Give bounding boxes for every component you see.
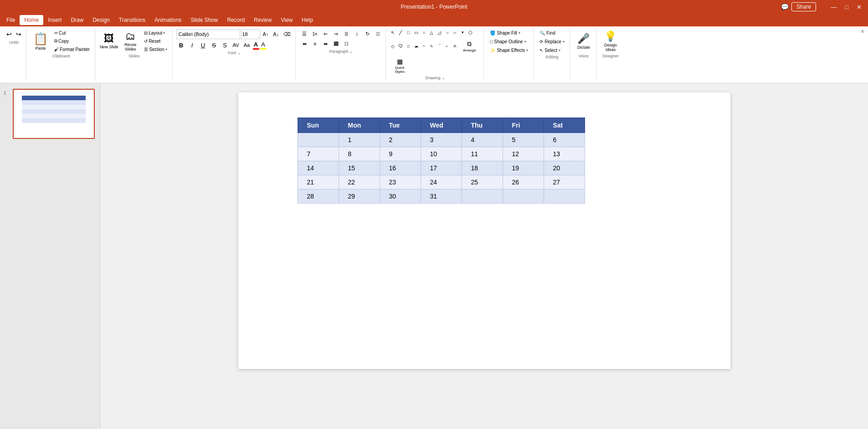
double-arrow-tool[interactable]: ↔ [452,29,458,36]
rt-triangle-tool[interactable]: ◿ [436,29,442,36]
align-right-button[interactable]: ➡ [320,39,330,48]
section-button[interactable]: ☰ Section ▾ [142,46,169,53]
menu-help[interactable]: Help [297,15,318,25]
rounded-rect-tool[interactable]: ▭ [413,29,419,36]
more-shapes-btn[interactable]: ▾ [459,29,466,36]
circle-tool[interactable]: ○ [421,29,427,36]
align-left-button[interactable]: ⬅ [299,39,309,48]
redo-button[interactable]: ↪ [14,29,23,39]
decrease-indent-button[interactable]: ⇐ [320,29,330,38]
ribbon-collapse-button[interactable]: ∧ [859,27,866,35]
calendar-row-2: 14151617181920 [298,161,585,175]
underline-button[interactable]: U [198,41,208,50]
layout-button[interactable]: ⊟ Layout ▾ [142,29,169,36]
bold-button[interactable]: B [176,41,186,50]
menu-review[interactable]: Review [249,15,276,25]
menu-draw[interactable]: Draw [66,15,88,25]
menu-insert[interactable]: Insert [43,15,66,25]
shape-fill-dropdown[interactable]: ▾ [519,31,520,35]
drawing-expand-icon[interactable]: ⌄ [442,76,445,80]
arrow-tool[interactable]: → [444,29,450,36]
text-columns-button[interactable]: ⟦⟧ [341,39,351,48]
font-grow-button[interactable]: A↑ [261,30,271,38]
curve-tool[interactable]: ~ [421,43,427,49]
arrange-button[interactable]: ⧉ Arrange [459,37,479,55]
dictate-button[interactable]: 🎤 Dictate [574,29,594,53]
menu-slideshow[interactable]: Slide Show [186,15,222,25]
reset-button[interactable]: ↺ Reset [142,37,169,45]
columns-button[interactable]: ||| [341,29,351,38]
new-slide-button[interactable]: 🖼 New Slide [99,29,119,53]
increase-indent-button[interactable]: ⇒ [331,29,341,38]
design-ideas-button[interactable]: 💡 Design Ideas [601,29,621,53]
star-tool[interactable]: ☆ [405,43,411,49]
share-button[interactable]: Share [791,2,816,11]
highlight-color-button[interactable]: A [260,41,267,50]
italic-button[interactable]: I [187,41,197,50]
font-color-button[interactable]: A [253,41,259,50]
change-case-button[interactable]: Aa [242,41,252,50]
text-direction-button[interactable]: ↻ [362,29,372,38]
cut-button[interactable]: ✂ Cut [52,29,92,36]
elbow-tool[interactable]: ⌐ [444,43,450,49]
font-size-input[interactable] [241,29,260,39]
menu-animations[interactable]: Animations [150,15,186,25]
menu-design[interactable]: Design [88,15,114,25]
main-canvas[interactable]: Sun Mon Tue Wed Thu Fri Sat 123456789101… [100,83,868,429]
close-button[interactable]: ✕ [854,3,864,11]
slide-canvas[interactable]: Sun Mon Tue Wed Thu Fri Sat 123456789101… [238,92,730,369]
shape-outline-dropdown[interactable]: ▾ [524,40,526,44]
diamond-tool[interactable]: ◇ [390,43,396,49]
calendar-table-container[interactable]: Sun Mon Tue Wed Thu Fri Sat 123456789101… [298,117,585,204]
numbered-button[interactable]: 1≡ [310,29,320,38]
shape-outline-button[interactable]: □ Shape Outline ▾ [488,38,530,45]
slide-thumbnail-item[interactable]: 1 [3,88,97,140]
menu-file[interactable]: File [2,15,20,25]
slide-thumb[interactable] [13,89,95,139]
select-dropdown[interactable]: ▾ [559,48,560,52]
freeform-tool[interactable]: ∿ [428,43,435,49]
triangle-tool[interactable]: △ [428,29,435,36]
font-name-input[interactable] [176,29,240,39]
cursor-tool[interactable]: ↖ [390,29,396,36]
clear-formatting-button[interactable]: ⌫ [282,30,293,38]
menu-transitions[interactable]: Transitions [114,15,150,25]
shape-effects-button[interactable]: ✨ Shape Effects ▾ [488,46,530,54]
find-button[interactable]: 🔍 Find [537,29,567,36]
undo-button[interactable]: ↩ [5,29,14,39]
textbox-tool[interactable]: A [452,43,458,49]
replace-dropdown[interactable]: ▾ [563,40,565,44]
pentagon-tool[interactable]: ⬠ [467,29,473,36]
font-expand-icon[interactable]: ⌄ [237,51,241,55]
shape-effects-dropdown[interactable]: ▾ [526,48,528,52]
connector-tool[interactable]: ⌒ [436,43,442,49]
rect-tool[interactable]: □ [405,29,411,36]
menu-home[interactable]: Home [20,15,43,25]
select-button[interactable]: ↖ Select ▾ [537,46,567,54]
copy-button[interactable]: ⧉ Copy [52,37,92,45]
menu-view[interactable]: View [276,15,297,25]
cloud-tool[interactable]: ☁ [413,43,419,49]
reuse-slides-button[interactable]: 🗂 Reuse Slides [120,29,140,53]
smart-art-button[interactable]: ◫ [373,29,383,38]
align-center-button[interactable]: ≡ [310,39,320,48]
line-tool[interactable]: ╱ [397,29,404,36]
quick-styles-button[interactable]: ▦ Quick Styles [390,56,410,75]
font-shrink-button[interactable]: A↓ [271,30,281,38]
maximize-button[interactable]: □ [842,3,851,11]
bullets-button[interactable]: ☰ [299,29,309,38]
callout-tool[interactable]: 🗨 [397,43,404,49]
paragraph-expand-icon[interactable]: ⌄ [349,49,353,54]
paste-button[interactable]: 📋 Paste [30,29,51,53]
justify-button[interactable]: ⬛ [331,39,341,48]
minimize-button[interactable]: — [828,3,839,11]
strikethrough-button[interactable]: S [209,41,219,50]
comment-icon[interactable]: 💬 [781,3,789,10]
shadow-button[interactable]: S [220,41,230,50]
menu-record[interactable]: Record [222,15,249,25]
char-spacing-button[interactable]: AV [231,41,241,50]
format-painter-button[interactable]: 🖌 Format Painter [52,46,92,53]
shape-fill-button[interactable]: 🪣 Shape Fill ▾ [488,29,530,36]
line-spacing-button[interactable]: ↕ [352,29,362,38]
replace-button[interactable]: ⟳ Replace ▾ [537,38,567,45]
